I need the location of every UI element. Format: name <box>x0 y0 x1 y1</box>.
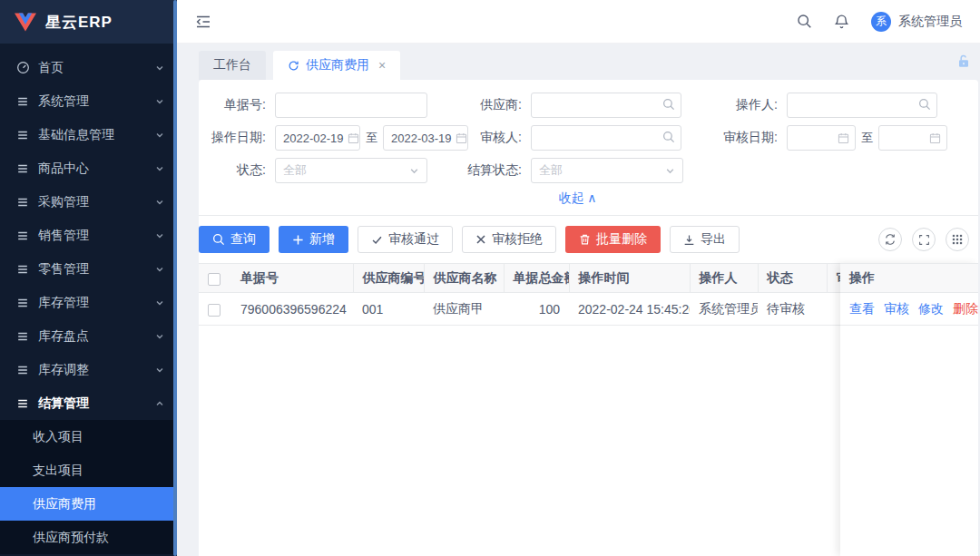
tab-supplier-fee[interactable]: 供应商费用 × <box>273 51 400 80</box>
brand-name: 星云ERP <box>45 12 113 33</box>
settle-status-label: 结算状态: <box>455 162 531 179</box>
button-label: 批量删除 <box>596 231 647 248</box>
calendar-icon <box>348 132 359 144</box>
operator-input[interactable] <box>787 93 937 118</box>
sidebar-item-label: 库存盘点 <box>38 328 89 345</box>
calendar-icon <box>838 132 849 144</box>
supplier-input[interactable] <box>531 93 681 118</box>
check-icon <box>371 234 383 246</box>
user-avatar: 系 <box>871 12 891 32</box>
auditor-input[interactable] <box>531 125 681 151</box>
chevron-down-icon <box>155 97 164 106</box>
sidebar-item[interactable]: 商品中心 <box>0 151 177 185</box>
audit-date-to-picker[interactable] <box>878 125 947 151</box>
button-label: 审核通过 <box>388 231 439 248</box>
sidebar-item-label: 系统管理 <box>38 93 89 110</box>
list-icon <box>16 329 31 344</box>
sidebar-item[interactable]: 采购管理 <box>0 185 177 219</box>
sidebar-item[interactable]: 系统管理 <box>0 84 177 118</box>
tab-label: 供应商费用 <box>306 57 369 73</box>
table-tools <box>878 228 969 251</box>
chevron-down-icon <box>155 265 164 274</box>
column-settings-grid-icon[interactable] <box>946 228 969 251</box>
date-range-joiner: 至 <box>366 130 377 146</box>
list-icon <box>16 229 31 243</box>
cell-status: 待审核 <box>758 293 827 326</box>
toolbar-button[interactable]: 新增 <box>279 226 348 253</box>
sidebar-scrollbar[interactable] <box>173 0 177 556</box>
collapse-filters-link[interactable]: 收起 ∧ <box>558 190 596 205</box>
tab-close-icon[interactable]: × <box>378 58 386 73</box>
list-icon <box>16 195 31 210</box>
trash-icon <box>579 233 591 246</box>
action-link[interactable]: 修改 <box>918 301 944 317</box>
sidebar-item[interactable]: 销售管理 <box>0 219 177 252</box>
cell-operate-time: 2022-02-24 15:45:20 <box>569 293 690 326</box>
action-link[interactable]: 删除 <box>953 301 978 317</box>
toolbar-button[interactable]: 审核通过 <box>358 226 453 253</box>
chevron-down-icon <box>155 366 164 375</box>
sidebar-item-label: 采购管理 <box>38 194 89 210</box>
action-link[interactable]: 审核 <box>884 301 909 317</box>
bill-no-input[interactable] <box>275 93 427 118</box>
dashboard-icon <box>16 61 31 75</box>
cell-supplier-name: 供应商甲 <box>424 293 504 326</box>
audit-date-from-picker[interactable] <box>787 125 856 151</box>
column-header: 供应商名称 <box>424 264 504 293</box>
tab-workbench[interactable]: 工作台 <box>199 51 266 80</box>
toolbar-button[interactable]: 导出 <box>670 226 740 253</box>
sidebar-subitem[interactable]: 收入项目 <box>0 420 177 454</box>
notification-bell-icon[interactable] <box>834 14 849 30</box>
toolbar-button[interactable]: 查询 <box>199 226 270 253</box>
column-header: 操作人 <box>690 264 758 293</box>
sidebar-item-label: 基础信息管理 <box>38 127 114 143</box>
list-icon <box>16 396 31 411</box>
cell-total-amount: 100 <box>504 293 569 326</box>
menu-fold-icon[interactable] <box>195 15 211 29</box>
search-icon[interactable] <box>797 14 812 29</box>
row-actions: 查看审核修改删除 <box>840 293 978 326</box>
unlock-icon[interactable] <box>956 54 971 69</box>
username-label: 系统管理员 <box>898 14 962 30</box>
sidebar-item[interactable]: 结算管理 <box>0 386 177 420</box>
chevron-down-icon <box>155 164 164 173</box>
sidebar-item[interactable]: 首页 <box>0 51 177 84</box>
action-column-header: 操作 <box>840 263 978 293</box>
sidebar-subitem[interactable]: 支出项目 <box>0 454 177 487</box>
fullscreen-icon[interactable] <box>912 228 936 251</box>
select-all-checkbox[interactable] <box>208 273 220 286</box>
button-label: 审核拒绝 <box>492 231 543 248</box>
tab-refresh-icon[interactable] <box>288 60 299 72</box>
status-select[interactable]: 全部 <box>275 158 427 183</box>
tab-label: 工作台 <box>213 57 251 73</box>
cell-bill-no: 796006396596224 <box>231 293 353 326</box>
operate-date-from-picker[interactable]: 2022-02-19 <box>275 125 360 151</box>
settle-status-select[interactable]: 全部 <box>531 158 683 183</box>
sidebar-item[interactable]: 基础信息管理 <box>0 118 177 151</box>
sidebar-item[interactable]: 库存管理 <box>0 286 177 319</box>
list-icon <box>16 363 31 377</box>
chevron-down-icon <box>155 63 164 73</box>
sidebar-subitem[interactable]: 供应商预付款 <box>0 521 177 554</box>
sidebar-item[interactable]: 零售管理 <box>0 252 177 286</box>
sidebar-item-label: 零售管理 <box>38 261 89 278</box>
supplier-fee-panel: 单据号: 供应商: <box>199 80 978 556</box>
main-area: 系 系统管理员 工作台 供应商费用 × <box>177 0 980 556</box>
sidebar-item[interactable]: 库存盘点 <box>0 319 177 353</box>
toolbar-button[interactable]: 批量删除 <box>565 226 661 253</box>
refresh-icon[interactable] <box>878 228 902 251</box>
sidebar-submenu: 收入项目支出项目供应商费用供应商预付款 <box>0 420 177 554</box>
toolbar-button[interactable]: 审核拒绝 <box>462 226 556 253</box>
content-area: 工作台 供应商费用 × <box>177 44 980 556</box>
chevron-down-icon <box>155 198 164 207</box>
sidebar-subitem[interactable]: 供应商费用 <box>0 487 177 521</box>
button-label: 导出 <box>701 231 726 248</box>
operate-date-label: 操作日期: <box>199 130 275 146</box>
user-menu[interactable]: 系 系统管理员 <box>871 12 962 32</box>
sidebar-item[interactable]: 库存调整 <box>0 353 177 386</box>
sidebar-menu: 首页系统管理基础信息管理商品中心采购管理销售管理零售管理库存管理库存盘点库存调整… <box>0 44 177 556</box>
column-header: 操作时间 <box>569 264 690 293</box>
action-link[interactable]: 查看 <box>849 301 875 317</box>
row-checkbox[interactable] <box>208 304 220 317</box>
column-header: 单据总金额 <box>504 264 569 293</box>
